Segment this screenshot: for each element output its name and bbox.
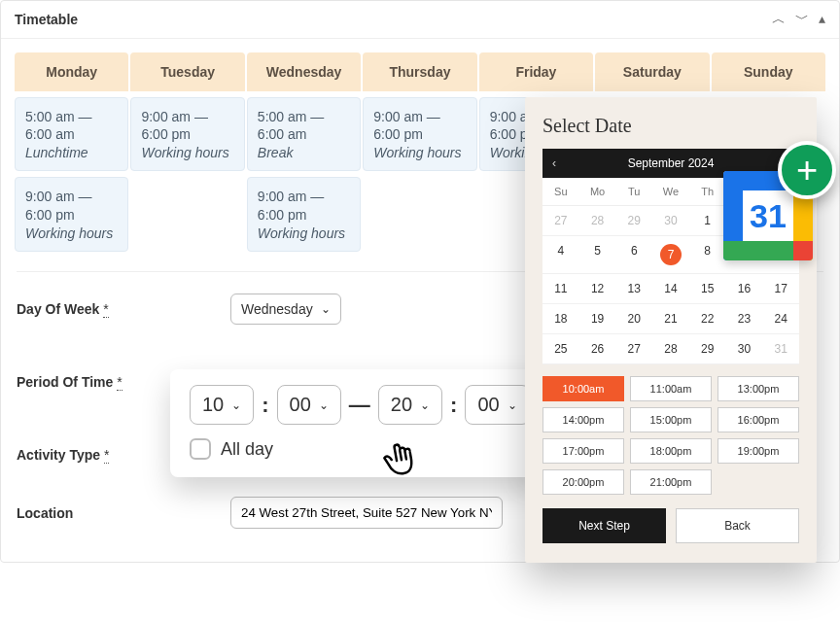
calendar-day[interactable]: 18	[542, 304, 579, 334]
slot-label: Working hours	[373, 145, 466, 160]
calendar-day[interactable]: 11	[542, 274, 579, 304]
slot-label: Working hours	[25, 225, 118, 241]
day-header: Thursday	[363, 52, 476, 91]
timetable-slot[interactable]: 9:00 am — 6:00 pmWorking hours	[363, 97, 476, 171]
panel-title: Timetable	[15, 12, 78, 27]
day-header: Tuesday	[130, 52, 244, 91]
calendar-day[interactable]: 15	[689, 274, 726, 304]
slot-time: 5:00 am — 6:00 am	[258, 108, 350, 143]
calendar-day[interactable]: 20	[615, 304, 652, 334]
all-day-checkbox[interactable]	[190, 438, 211, 460]
label-day-of-week: Day Of Week *	[17, 301, 230, 317]
day-column: Monday5:00 am — 6:00 amLunchtime9:00 am …	[15, 52, 128, 252]
day-header: Wednesday	[247, 52, 361, 91]
calendar-day[interactable]: 4	[542, 236, 579, 274]
calendar-day[interactable]: 8	[689, 236, 726, 274]
timetable-slot[interactable]: 9:00 am — 6:00 pmWorking hours	[130, 97, 244, 171]
calendar-day[interactable]: 21	[652, 304, 689, 334]
slot-time: 9:00 am — 6:00 pm	[25, 188, 118, 223]
prev-month-icon[interactable]: ‹	[552, 156, 556, 170]
time-range-popover: 10⌄ : 00⌄ — 20⌄ : 00⌄ All day	[170, 369, 549, 477]
expand-down-icon[interactable]: ﹀	[795, 11, 809, 28]
calendar-day[interactable]: 19	[579, 304, 616, 334]
calendar-day[interactable]: 1	[689, 206, 726, 236]
collapse-up-icon[interactable]: ︿	[772, 11, 786, 28]
slot-time: 9:00 am — 6:00 pm	[373, 108, 466, 143]
from-minute-select[interactable]: 00⌄	[277, 385, 341, 425]
calendar-day[interactable]: 30	[726, 334, 763, 364]
from-hour-select[interactable]: 10⌄	[190, 385, 254, 425]
day-header: Sunday	[712, 52, 825, 91]
select-day-of-week[interactable]: Wednesday⌄	[230, 294, 341, 325]
calendar-day[interactable]: 25	[542, 334, 579, 364]
calendar-day[interactable]: 28	[579, 206, 616, 236]
time-slot[interactable]: 20:00pm	[542, 469, 624, 495]
slot-label: Lunchtime	[25, 145, 118, 160]
calendar-day[interactable]: 17	[762, 274, 799, 304]
calendar-day[interactable]: 29	[615, 206, 652, 236]
next-step-button[interactable]: Next Step	[542, 508, 666, 543]
calendar-dow: Su	[542, 178, 579, 206]
calendar-day[interactable]: 24	[762, 304, 799, 334]
calendar-day[interactable]: 23	[726, 304, 763, 334]
calendar-day[interactable]: 6	[615, 236, 652, 274]
timetable-slot[interactable]: 5:00 am — 6:00 amLunchtime	[15, 97, 128, 171]
add-event-fab[interactable]: +	[778, 141, 836, 199]
calendar-day[interactable]: 14	[652, 274, 689, 304]
back-button[interactable]: Back	[676, 508, 799, 543]
slot-time: 5:00 am — 6:00 am	[25, 108, 118, 143]
calendar-day[interactable]: 26	[579, 334, 616, 364]
calendar-day[interactable]: 22	[689, 304, 726, 334]
slot-time: 9:00 am — 6:00 pm	[141, 108, 233, 143]
calendar-day[interactable]: 13	[615, 274, 652, 304]
calendar-day[interactable]: 30	[652, 206, 689, 236]
calendar-day[interactable]: 27	[542, 206, 579, 236]
day-header: Friday	[479, 52, 593, 91]
time-slot[interactable]: 19:00pm	[718, 438, 799, 464]
day-column: Tuesday9:00 am — 6:00 pmWorking hours	[130, 52, 244, 252]
day-column: Thursday9:00 am — 6:00 pmWorking hours	[363, 52, 476, 252]
slot-label: Working hours	[141, 145, 233, 160]
calendar-day[interactable]: 29	[689, 334, 726, 364]
time-slot[interactable]: 18:00pm	[630, 438, 712, 464]
time-slot[interactable]: 14:00pm	[542, 407, 624, 432]
calendar-day[interactable]: 16	[726, 274, 763, 304]
time-slot[interactable]: 21:00pm	[630, 469, 712, 495]
time-slot[interactable]: 11:00am	[630, 376, 712, 401]
label-location: Location	[17, 505, 230, 521]
calendar-day[interactable]: 5	[579, 236, 616, 274]
day-column: Wednesday5:00 am — 6:00 amBreak9:00 am —…	[247, 52, 361, 252]
to-hour-select[interactable]: 20⌄	[378, 385, 442, 425]
time-slot[interactable]: 17:00pm	[542, 438, 624, 464]
calendar-day[interactable]: 27	[615, 334, 652, 364]
to-minute-select[interactable]: 00⌄	[465, 385, 529, 425]
slot-label: Break	[258, 145, 350, 160]
calendar-month-label: September 2024	[628, 156, 715, 170]
toggle-icon[interactable]: ▴	[819, 11, 825, 28]
slot-time: 9:00 am — 6:00 pm	[258, 188, 350, 223]
calendar-day[interactable]: 31	[762, 334, 799, 364]
calendar-dow: Tu	[615, 178, 652, 206]
time-slot[interactable]: 15:00pm	[630, 407, 712, 432]
time-slot[interactable]: 10:00am	[542, 376, 624, 401]
timetable-slot[interactable]: 9:00 am — 6:00 pmWorking hours	[247, 177, 361, 251]
time-slot-grid: 10:00am11:00am13:00pm14:00pm15:00pm16:00…	[542, 376, 799, 495]
panel-actions: ︿ ﹀ ▴	[772, 11, 825, 28]
day-header: Monday	[15, 52, 128, 91]
calendar-dow: Mo	[579, 178, 616, 206]
calendar-day[interactable]: 7	[652, 236, 689, 274]
calendar-day[interactable]: 28	[652, 334, 689, 364]
date-picker-title: Select Date	[542, 115, 799, 137]
date-picker: Select Date ‹ September 2024 › SuMoTuWeT…	[525, 97, 817, 563]
all-day-label: All day	[221, 439, 273, 460]
chevron-down-icon: ⌄	[321, 302, 331, 316]
timetable-slot[interactable]: 5:00 am — 6:00 amBreak	[247, 97, 361, 171]
day-header: Saturday	[595, 52, 709, 91]
calendar-dow: Th	[689, 178, 726, 206]
location-input[interactable]	[230, 497, 503, 529]
time-slot[interactable]: 16:00pm	[718, 407, 799, 432]
time-slot[interactable]: 13:00pm	[718, 376, 799, 401]
timetable-slot[interactable]: 9:00 am — 6:00 pmWorking hours	[15, 177, 128, 251]
calendar-dow: We	[652, 178, 689, 206]
calendar-day[interactable]: 12	[579, 274, 616, 304]
